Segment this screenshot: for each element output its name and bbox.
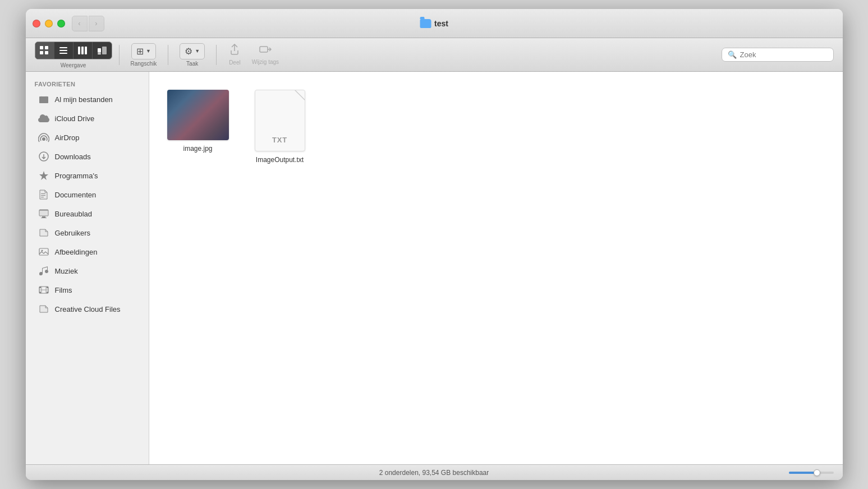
wijzig-tags-label: Wijzig tags (252, 59, 279, 65)
svg-rect-18 (41, 195, 45, 196)
sidebar: Favorieten Al mijn bestanden iCloud Driv… (26, 72, 149, 464)
zoom-thumb[interactable] (814, 469, 820, 476)
toolbar-separator-2 (168, 45, 168, 65)
svg-rect-13 (260, 47, 268, 52)
svg-rect-3 (45, 51, 48, 54)
sidebar-item-airdrop[interactable]: AirDrop (29, 128, 145, 146)
list-view-button[interactable] (54, 42, 74, 59)
films-label: Films (55, 286, 72, 294)
zoom-control[interactable] (789, 472, 834, 474)
sidebar-item-icloud-drive[interactable]: iCloud Drive (29, 109, 145, 127)
svg-rect-11 (102, 47, 107, 54)
tag-icon (259, 44, 272, 57)
gebruikers-icon (38, 227, 49, 238)
svg-rect-2 (40, 51, 43, 54)
bureaublad-label: Bureaublad (55, 210, 93, 218)
sidebar-item-creative-cloud-files[interactable]: Creative Cloud Files (29, 300, 145, 318)
zoom-fill (789, 472, 816, 474)
window-title-area: test (420, 19, 448, 28)
icloud-drive-label: iCloud Drive (55, 114, 95, 123)
icon-view-button[interactable] (35, 42, 54, 59)
svg-point-25 (41, 250, 43, 252)
toolbar-separator-1 (119, 45, 120, 65)
sidebar-item-downloads[interactable]: Downloads (29, 147, 145, 165)
airdrop-icon (38, 132, 49, 143)
window-title: test (434, 19, 448, 28)
search-box[interactable]: 🔍 (722, 48, 834, 62)
file-thumbnail-txt: TXT (255, 90, 305, 151)
svg-rect-30 (47, 292, 48, 293)
documenten-icon (38, 189, 49, 200)
folder-icon (420, 19, 431, 28)
svg-rect-21 (39, 210, 48, 211)
back-button[interactable]: ‹ (72, 16, 88, 31)
weergave-label: Weergave (61, 62, 86, 68)
taak-button[interactable]: ⚙ ▼ Taak (175, 43, 209, 67)
sidebar-item-documenten[interactable]: Documenten (29, 186, 145, 204)
fold-inner (296, 90, 305, 99)
file-item-imageoutput-txt[interactable]: TXT ImageOutput.txt (250, 85, 310, 168)
muziek-icon (38, 265, 49, 276)
rangschik-label: Rangschik (131, 61, 157, 67)
sidebar-item-al-mijn-bestanden[interactable]: Al mijn bestanden (29, 90, 145, 108)
statusbar: 2 onderdelen, 93,54 GB beschikbaar (26, 464, 843, 480)
file-name-image-jpg: image.jpg (183, 145, 212, 153)
file-thumbnail-image (167, 90, 229, 140)
minimize-button[interactable] (45, 20, 53, 27)
svg-rect-20 (39, 210, 48, 216)
content-area: image.jpg TXT ImageOutput.txt (149, 72, 843, 464)
gear-icon: ⚙ (185, 46, 192, 57)
bureaublad-icon (38, 208, 49, 219)
taak-arrow: ▼ (195, 48, 200, 54)
forward-button[interactable]: › (89, 16, 104, 31)
svg-rect-9 (85, 47, 87, 54)
svg-rect-10 (98, 48, 101, 53)
view-mode-buttons (35, 41, 112, 59)
view-group: Weergave (35, 41, 112, 68)
sidebar-item-afbeeldingen[interactable]: Afbeeldingen (29, 243, 145, 261)
search-input[interactable] (740, 50, 828, 59)
svg-rect-6 (59, 53, 67, 54)
taak-label: Taak (186, 61, 198, 67)
programmas-label: Programma's (55, 172, 98, 180)
txt-label: TXT (272, 136, 287, 144)
icloud-drive-icon (38, 113, 49, 124)
al-mijn-bestanden-label: Al mijn bestanden (55, 95, 113, 104)
documenten-label: Documenten (55, 191, 97, 199)
svg-rect-4 (59, 47, 67, 48)
cover-view-button[interactable] (93, 42, 112, 59)
svg-rect-29 (39, 292, 41, 293)
afbeeldingen-label: Afbeeldingen (55, 248, 98, 256)
sidebar-item-bureaublad[interactable]: Bureaublad (29, 205, 145, 223)
creative-cloud-files-icon (38, 303, 49, 315)
titlebar: ‹ › test (26, 9, 843, 38)
sidebar-section-favorieten: Favorieten (26, 79, 149, 90)
svg-rect-23 (41, 218, 47, 218)
finder-window: ‹ › test (26, 9, 843, 480)
sidebar-item-muziek[interactable]: Muziek (29, 262, 145, 280)
maximize-button[interactable] (57, 20, 65, 27)
search-icon: 🔍 (728, 50, 737, 59)
sidebar-item-programmas[interactable]: Programma's (29, 167, 145, 184)
airdrop-label: AirDrop (55, 133, 80, 142)
file-item-image-jpg[interactable]: image.jpg (163, 85, 233, 168)
toolbar-separator-3 (216, 45, 217, 65)
svg-rect-5 (59, 50, 67, 51)
rangschik-icon: ⊞ (136, 46, 144, 57)
svg-rect-19 (41, 197, 44, 197)
rangschik-button[interactable]: ⊞ ▼ Rangschik (126, 43, 162, 67)
share-icon (229, 44, 240, 58)
column-view-button[interactable] (74, 42, 93, 59)
deel-button[interactable]: Deel (223, 41, 246, 68)
svg-rect-12 (98, 53, 101, 54)
statusbar-text: 2 onderdelen, 93,54 GB beschikbaar (379, 469, 489, 477)
close-button[interactable] (33, 20, 40, 27)
svg-rect-8 (81, 47, 84, 54)
sidebar-item-films[interactable]: Films (29, 281, 145, 299)
sidebar-item-gebruikers[interactable]: Gebruikers (29, 224, 145, 242)
wijzig-tags-button[interactable]: Wijzig tags (246, 42, 284, 67)
gebruikers-label: Gebruikers (55, 229, 91, 237)
svg-rect-7 (78, 47, 80, 54)
svg-rect-17 (41, 193, 45, 194)
creative-cloud-files-label: Creative Cloud Files (55, 305, 121, 313)
